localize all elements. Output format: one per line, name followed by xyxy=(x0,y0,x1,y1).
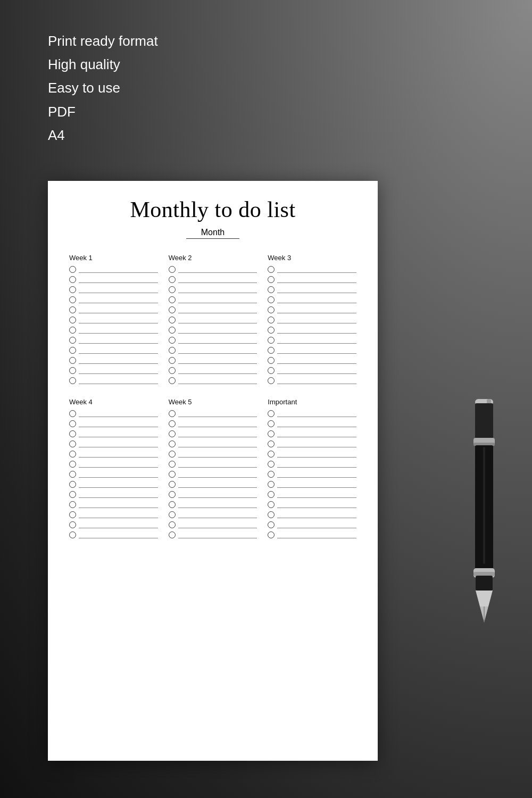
task-row xyxy=(69,347,158,354)
checkbox xyxy=(69,410,76,417)
task-line xyxy=(79,451,158,458)
week-5-section: Week 5 xyxy=(169,398,257,542)
checkbox xyxy=(268,337,275,344)
checkbox xyxy=(169,410,176,417)
task-line xyxy=(277,267,356,273)
checkbox xyxy=(169,276,176,283)
task-line xyxy=(79,481,158,488)
task-line xyxy=(277,532,356,538)
week-1-title: Week 1 xyxy=(69,254,158,262)
task-line xyxy=(277,368,356,374)
task-line xyxy=(277,317,356,323)
checkbox xyxy=(268,461,275,468)
task-row xyxy=(268,461,356,468)
task-row xyxy=(169,286,257,293)
document-title: Monthly to do list xyxy=(69,197,356,222)
checkbox xyxy=(169,337,176,344)
task-row xyxy=(169,276,257,283)
checkbox xyxy=(169,511,176,518)
important-title: Important xyxy=(268,398,356,406)
svg-rect-8 xyxy=(476,576,493,591)
checkbox xyxy=(69,481,76,488)
task-line xyxy=(277,297,356,303)
checkbox xyxy=(169,481,176,488)
task-line xyxy=(178,307,257,313)
task-row xyxy=(169,501,257,508)
task-line xyxy=(178,461,257,468)
task-line xyxy=(277,512,356,518)
month-field: Month xyxy=(69,228,356,239)
checkbox xyxy=(169,491,176,498)
checkbox xyxy=(69,286,76,293)
task-row xyxy=(268,377,356,384)
task-row xyxy=(268,357,356,364)
task-row xyxy=(169,481,257,488)
checkbox xyxy=(169,461,176,468)
task-line xyxy=(178,431,257,437)
checkbox xyxy=(69,296,76,303)
task-line xyxy=(178,492,257,498)
label-easy-to-use: Easy to use xyxy=(48,76,158,99)
task-row xyxy=(268,317,356,323)
checkbox xyxy=(268,317,275,323)
task-row xyxy=(69,357,158,364)
task-row xyxy=(169,296,257,303)
task-line xyxy=(277,471,356,478)
week-2-title: Week 2 xyxy=(169,254,257,262)
task-line xyxy=(277,441,356,447)
checkbox xyxy=(268,410,275,417)
task-row xyxy=(169,347,257,354)
task-row xyxy=(268,337,356,344)
checkbox xyxy=(69,471,76,478)
task-row xyxy=(69,511,158,518)
checkbox xyxy=(268,327,275,334)
checkbox xyxy=(268,347,275,354)
task-row xyxy=(169,327,257,334)
task-row xyxy=(69,367,158,374)
checkbox xyxy=(268,357,275,364)
task-line xyxy=(178,347,257,354)
task-line xyxy=(178,287,257,293)
checkbox xyxy=(169,451,176,458)
checkbox xyxy=(268,276,275,283)
task-row xyxy=(268,451,356,458)
task-line xyxy=(79,317,158,323)
task-line xyxy=(79,287,158,293)
checkbox xyxy=(169,471,176,478)
checkbox xyxy=(268,451,275,458)
month-label: Month xyxy=(186,228,239,239)
checkbox xyxy=(169,440,176,447)
task-row xyxy=(268,327,356,334)
checkbox xyxy=(169,357,176,364)
label-a4: A4 xyxy=(48,123,158,147)
checkbox xyxy=(268,286,275,293)
task-line xyxy=(178,297,257,303)
task-row xyxy=(169,521,257,528)
week-1-section: Week 1 xyxy=(69,254,158,387)
checkbox xyxy=(69,337,76,344)
checkbox xyxy=(169,286,176,293)
svg-marker-9 xyxy=(476,591,493,606)
task-row xyxy=(268,521,356,528)
checkbox xyxy=(169,296,176,303)
task-line xyxy=(178,368,257,374)
task-line xyxy=(277,431,356,437)
task-row xyxy=(268,296,356,303)
task-row xyxy=(268,501,356,508)
week-4-section: Week 4 xyxy=(69,398,158,542)
task-line xyxy=(277,307,356,313)
task-row xyxy=(268,347,356,354)
task-row xyxy=(69,266,158,273)
task-row xyxy=(169,266,257,273)
checkbox xyxy=(169,317,176,323)
task-row xyxy=(169,531,257,538)
checkbox xyxy=(69,357,76,364)
task-row xyxy=(69,337,158,344)
task-line xyxy=(178,512,257,518)
task-line xyxy=(178,451,257,458)
checkbox xyxy=(268,440,275,447)
task-row xyxy=(69,377,158,384)
task-row xyxy=(69,306,158,313)
task-row xyxy=(268,511,356,518)
checkbox xyxy=(268,531,275,538)
